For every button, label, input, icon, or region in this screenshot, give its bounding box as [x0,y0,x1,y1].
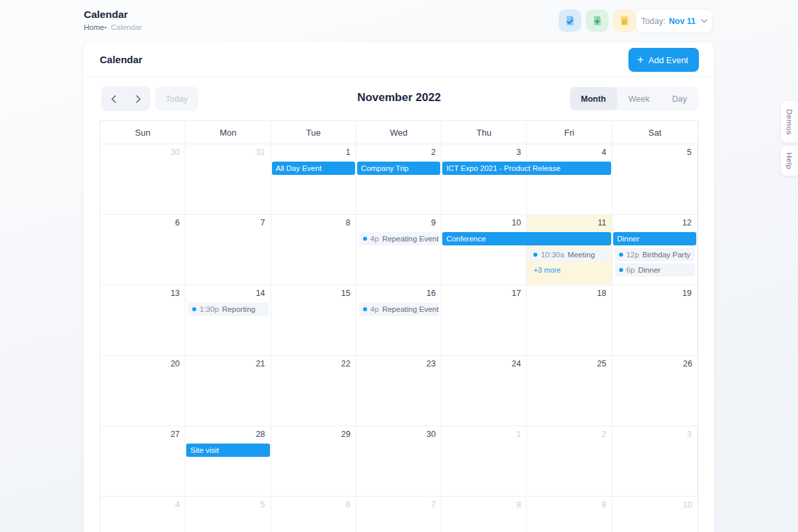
breadcrumb-separator: • [104,23,107,31]
day-cell[interactable]: 14 [186,285,271,355]
date-number: 25 [597,359,606,368]
event-bar[interactable]: Company Trip [357,162,440,175]
day-cell[interactable]: 5 [612,144,698,214]
day-header-tue: Tue [271,121,356,144]
day-cell[interactable]: 8 [442,497,527,532]
date-number: 31 [256,148,265,157]
day-cell[interactable]: 1 [442,426,527,496]
day-cell[interactable]: 18 [527,285,612,355]
event-time: 6p [626,263,635,277]
date-number: 30 [170,148,180,157]
event-title: Reporting [222,303,255,316]
event-dot-icon [363,307,367,311]
day-cell[interactable]: 25 [527,356,612,426]
date-number: 6 [346,500,350,509]
day-cell[interactable]: 23 [356,356,442,426]
day-header-sun: Sun [100,121,186,144]
day-cell[interactable]: 5 [186,497,271,532]
day-cell[interactable]: 16 [356,285,442,355]
view-button-week[interactable]: Week [617,87,661,110]
help-side-tab[interactable]: Help [781,146,798,176]
event-bar[interactable]: Conference [442,232,611,245]
event-timed[interactable]: 6pDinner [615,263,695,277]
date-number: 2 [602,430,606,439]
day-cell[interactable]: 21 [186,356,271,426]
day-cell[interactable]: 24 [442,356,527,426]
event-timed[interactable]: 4pRepeating Event [359,232,439,245]
day-cell[interactable]: 28 [186,426,271,496]
event-bar[interactable]: Dinner [613,232,696,245]
day-cell[interactable]: 27 [100,426,186,496]
day-cell[interactable]: 6 [100,215,186,285]
day-header-thu: Thu [442,121,527,144]
day-cell[interactable]: 20 [100,356,186,426]
date-number: 19 [682,289,692,298]
date-number: 12 [682,218,692,227]
day-cell[interactable]: 10 [442,215,527,285]
date-number: 20 [170,359,180,368]
date-number: 15 [341,289,350,298]
date-number: 13 [170,289,180,298]
event-bar[interactable]: All Day Event [272,162,355,175]
plus-icon: + [637,54,644,65]
day-cell[interactable]: 15 [271,285,356,355]
file-plus-button[interactable] [586,9,608,32]
event-dot-icon [533,253,537,257]
day-cell[interactable]: 9 [527,497,612,532]
day-cell[interactable]: 6 [271,497,356,532]
view-switcher: MonthWeekDay [570,87,698,110]
day-cell[interactable]: 2 [356,144,442,214]
event-timed[interactable]: 4pRepeating Event [359,303,439,316]
event-bar[interactable]: ICT Expo 2021 - Product Release [442,162,611,175]
day-cell[interactable]: 10 [612,497,698,532]
date-number: 29 [341,430,350,439]
calendar-card: Calendar + Add Event Today November 2022… [84,43,714,532]
date-number: 26 [683,359,692,368]
view-button-day[interactable]: Day [661,87,698,110]
event-dot-icon [192,307,196,311]
breadcrumb-home[interactable]: Home [84,23,104,31]
date-number: 7 [261,218,265,227]
file-lines-button[interactable] [613,9,636,32]
day-cell[interactable]: 31 [186,144,271,214]
day-cell[interactable]: 30 [100,144,186,214]
day-header-wed: Wed [356,121,442,144]
event-more[interactable]: +3 more [529,263,609,277]
event-title: Meeting [568,248,595,261]
day-cell[interactable]: 8 [271,215,356,285]
day-cell[interactable]: 22 [271,356,356,426]
day-cell[interactable]: 7 [186,215,271,285]
day-cell[interactable]: 3 [442,144,527,214]
day-cell[interactable]: 29 [271,426,356,496]
day-cell[interactable]: 26 [612,356,698,426]
event-timed[interactable]: 10:30aMeeting [529,248,609,261]
day-cell[interactable]: 4 [527,144,612,214]
file-check-button[interactable] [559,9,581,32]
date-number: 8 [516,500,521,509]
day-cell[interactable]: 17 [442,285,527,355]
date-number: 4 [602,148,606,157]
view-button-month[interactable]: Month [570,87,617,110]
event-timed[interactable]: 1:30pReporting [188,303,268,316]
day-cell[interactable]: 7 [356,497,442,532]
add-event-label: Add Event [648,55,688,65]
demos-side-tab[interactable]: Demos [781,101,798,142]
today-date-dropdown[interactable]: Today: Nov 11 [636,9,713,33]
event-time: 1:30p [200,303,219,316]
chevron-down-icon [701,19,708,23]
day-cell[interactable]: 3 [612,426,698,496]
event-timed[interactable]: 12pBirthday Party [615,248,695,261]
day-cell[interactable]: 13 [100,285,186,355]
day-cell[interactable]: 9 [356,215,442,285]
day-cell[interactable]: 30 [356,426,442,496]
day-header-mon: Mon [186,121,271,144]
day-cell[interactable]: 1 [271,144,356,214]
event-bar[interactable]: Site visit [186,444,269,457]
day-cell[interactable]: 19 [612,285,698,355]
day-cell[interactable]: 4 [100,497,186,532]
day-cell[interactable]: 2 [527,426,612,496]
calendar-grid: SunMonTueWedThuFriSat 303112345All Day E… [100,120,698,532]
date-number: 10 [512,218,521,227]
date-number: 24 [512,359,521,368]
add-event-button[interactable]: + Add Event [628,48,699,72]
